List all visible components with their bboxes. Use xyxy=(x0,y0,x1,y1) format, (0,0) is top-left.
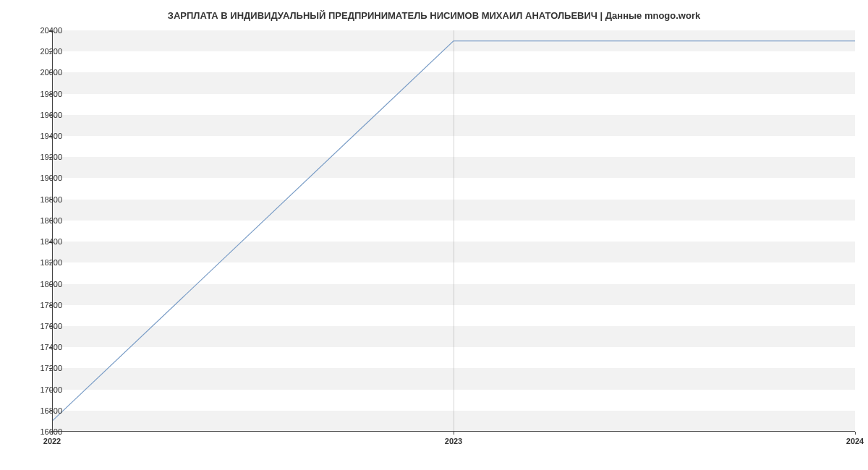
y-tick-label: 19400 xyxy=(19,132,62,140)
y-tick-label: 18400 xyxy=(19,237,62,246)
chart-title: ЗАРПЛАТА В ИНДИВИДУАЛЬНЫЙ ПРЕДПРИНИМАТЕЛ… xyxy=(0,10,868,21)
x-tick-mark xyxy=(855,432,856,435)
x-tick-label: 2022 xyxy=(43,437,61,445)
y-tick-label: 19200 xyxy=(19,153,62,161)
y-tick-mark xyxy=(49,326,52,327)
y-tick-mark xyxy=(49,221,52,221)
x-tick-label: 2023 xyxy=(445,437,462,445)
y-tick-mark xyxy=(49,178,52,179)
y-tick-label: 17200 xyxy=(19,364,62,372)
y-tick-label: 20400 xyxy=(19,26,62,35)
y-tick-label: 18200 xyxy=(19,258,62,267)
line-series xyxy=(52,30,855,432)
y-tick-label: 18800 xyxy=(19,195,62,204)
y-tick-mark xyxy=(49,200,52,200)
y-tick-label: 19600 xyxy=(19,111,62,119)
y-tick-label: 16600 xyxy=(19,427,62,436)
y-tick-label: 18000 xyxy=(19,280,62,289)
y-tick-label: 16800 xyxy=(19,406,62,415)
y-tick-mark xyxy=(49,51,52,52)
y-tick-mark xyxy=(49,157,52,158)
y-tick-label: 17800 xyxy=(19,301,62,309)
y-tick-mark xyxy=(49,262,52,263)
y-tick-mark xyxy=(49,30,52,31)
y-tick-mark xyxy=(49,390,52,390)
y-tick-label: 17000 xyxy=(19,385,62,394)
x-tick-mark xyxy=(52,432,53,435)
x-tick-mark xyxy=(454,432,454,435)
y-tick-label: 19800 xyxy=(19,90,62,98)
x-tick-label: 2024 xyxy=(846,437,864,445)
chart-container: ЗАРПЛАТА В ИНДИВИДУАЛЬНЫЙ ПРЕДПРИНИМАТЕЛ… xyxy=(0,0,868,470)
y-tick-label: 17600 xyxy=(19,322,62,330)
y-tick-label: 20200 xyxy=(19,47,62,56)
y-tick-mark xyxy=(49,136,52,137)
y-tick-label: 18600 xyxy=(19,216,62,225)
y-tick-mark xyxy=(49,72,52,73)
y-tick-mark xyxy=(49,115,52,116)
y-tick-label: 20000 xyxy=(19,68,62,77)
y-tick-mark xyxy=(49,368,52,369)
y-tick-mark xyxy=(49,284,52,285)
y-tick-label: 17400 xyxy=(19,343,62,351)
y-tick-mark xyxy=(49,94,52,95)
y-tick-mark xyxy=(49,242,52,242)
y-tick-mark xyxy=(49,305,52,306)
y-tick-mark xyxy=(49,411,52,411)
y-tick-label: 19000 xyxy=(19,174,62,182)
plot-area xyxy=(52,30,855,432)
y-tick-mark xyxy=(49,347,52,348)
